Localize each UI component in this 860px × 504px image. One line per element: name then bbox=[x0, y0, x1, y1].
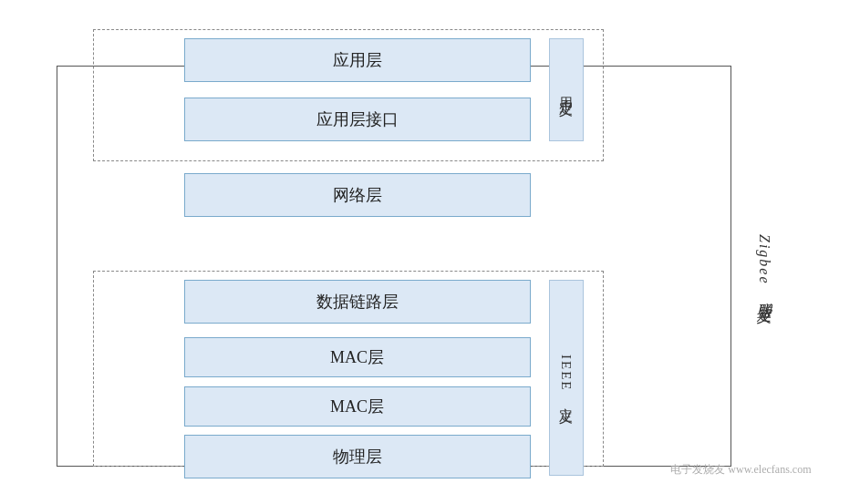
app-layer-block: 应用层 bbox=[184, 38, 531, 82]
watermark: 电子发烧友 www.elecfans.com bbox=[670, 462, 811, 478]
diagram-container: 应用层 应用层接口 网络层 数据链路层 MAC层 MAC层 物理层 用户定义 I… bbox=[38, 20, 823, 485]
user-defined-label: 用户定义 bbox=[549, 38, 584, 141]
data-link-layer-block: 数据链路层 bbox=[184, 280, 531, 324]
physical-layer-block: 物理层 bbox=[184, 435, 531, 478]
ieee-defined-label: IEEE 定义 bbox=[549, 280, 584, 476]
network-layer-block: 网络层 bbox=[184, 173, 531, 217]
zigbee-alliance-label: Zigbee 联盟定义 bbox=[742, 66, 786, 467]
mac2-layer-block: MAC层 bbox=[184, 386, 531, 427]
app-interface-layer-block: 应用层接口 bbox=[184, 98, 531, 141]
mac1-layer-block: MAC层 bbox=[184, 337, 531, 377]
